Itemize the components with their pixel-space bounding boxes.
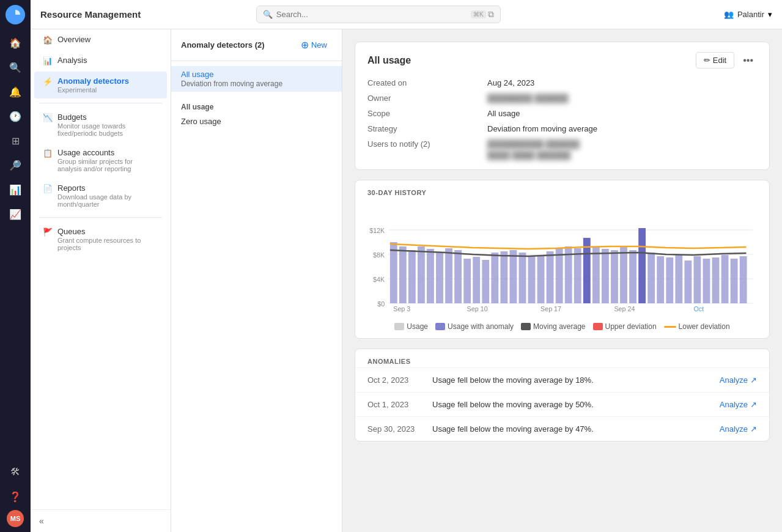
chart-legend: Usage Usage with anomaly Moving average … [355, 317, 769, 338]
svg-rect-45 [721, 255, 729, 303]
rail-layers-icon[interactable]: ⊞ [4, 130, 26, 152]
svg-rect-31 [592, 246, 600, 303]
reports-content: Reports Download usage data by month/qua… [57, 183, 158, 208]
rail-tool-icon[interactable]: 🛠 [4, 461, 26, 483]
anomaly-date-2: Oct 1, 2023 [367, 400, 422, 409]
svg-rect-24 [528, 256, 536, 303]
sidebar-item-analysis[interactable]: 📊 Analysis [34, 51, 167, 70]
svg-rect-23 [519, 253, 526, 303]
svg-rect-18 [473, 257, 480, 303]
rail-help-icon[interactable]: ❓ [4, 486, 26, 508]
svg-text:$4K: $4K [373, 276, 385, 283]
detector-item-zero-usage[interactable]: Zero usage [171, 114, 342, 129]
legend-lower-dev-line [664, 326, 676, 328]
svg-rect-33 [611, 250, 618, 303]
rail-magnify-icon[interactable]: 🔎 [4, 154, 26, 176]
svg-rect-13 [427, 249, 434, 303]
sidebar-item-usage-accounts[interactable]: 📋 Usage accounts Group similar projects … [34, 143, 167, 177]
sidebar-divider-2 [39, 217, 162, 218]
user-menu[interactable]: 👥 Palantir ▾ [724, 10, 772, 19]
svg-rect-38 [657, 256, 664, 303]
svg-rect-11 [408, 250, 416, 303]
topbar-right: 👥 Palantir ▾ [724, 10, 772, 19]
svg-rect-36 [638, 228, 646, 303]
legend-upper-dev-swatch [593, 323, 603, 330]
rail-chart-icon[interactable]: 📈 [4, 203, 26, 225]
field-label-users: Users to notify (2) [367, 139, 478, 160]
analyze-arrow-1: ↗ [750, 375, 757, 385]
detector-item-all-usage-deviation[interactable]: All usage Deviation from moving average [171, 66, 342, 92]
user-avatar-rail[interactable]: MS [7, 510, 24, 527]
analyze-link-1[interactable]: Analyze ↗ [720, 375, 757, 385]
svg-rect-16 [454, 250, 462, 303]
search-input[interactable] [276, 10, 467, 19]
anomaly-row-2: Oct 1, 2023 Usage fell below the moving … [355, 392, 769, 416]
budgets-icon: 📉 [43, 113, 53, 122]
field-label-strategy: Strategy [367, 124, 478, 133]
chart-svg: $0 $4K $8K $12K [365, 202, 759, 312]
anomalies-title: ANOMALIES [355, 349, 769, 368]
field-value-created: Aug 24, 2023 [487, 78, 757, 87]
reports-icon: 📄 [43, 184, 53, 193]
legend-anomaly: Usage with anomaly [435, 322, 514, 331]
edit-pen-icon: ✏ [704, 56, 710, 65]
rail-bar-icon[interactable]: 📊 [4, 179, 26, 201]
sidebar-queues-sublabel: Grant compute resources to projects [57, 237, 158, 251]
legend-upper-dev-label: Upper deviation [605, 322, 657, 331]
field-value-owner: ████████ ██████ [487, 94, 757, 103]
more-button[interactable]: ••• [739, 53, 757, 68]
detector-sub-1: Deviation from moving average [181, 79, 332, 88]
svg-text:$8K: $8K [373, 252, 385, 259]
svg-rect-29 [574, 248, 581, 303]
collapse-button[interactable]: « [39, 516, 44, 526]
sidebar-item-budgets[interactable]: 📉 Budgets Monitor usage towards fixed/pe… [34, 108, 167, 142]
rail-alert-icon[interactable]: 🔔 [4, 81, 26, 103]
sidebar-item-queues[interactable]: 🚩 Queues Grant compute resources to proj… [34, 222, 167, 256]
analyze-link-3[interactable]: Analyze ↗ [720, 424, 757, 434]
svg-rect-41 [684, 260, 692, 303]
svg-rect-47 [740, 256, 747, 303]
chart-container: $0 $4K $8K $12K [355, 196, 769, 317]
svg-rect-19 [482, 260, 489, 303]
anomaly-text-2: Usage fell below the moving average by 5… [432, 400, 710, 409]
field-value-scope: All usage [487, 109, 757, 118]
field-value-users: ██████████ ██████ ████ ████ ██████ [487, 139, 757, 160]
chevron-down-icon: ▾ [768, 10, 772, 19]
svg-rect-40 [675, 255, 682, 303]
analyze-link-2[interactable]: Analyze ↗ [720, 400, 757, 409]
usage-accounts-content: Usage accounts Group similar projects fo… [57, 148, 158, 172]
detector-name-1: All usage [181, 70, 332, 79]
app-logo[interactable] [6, 5, 25, 24]
rail-search-icon[interactable]: 🔍 [4, 56, 26, 78]
queues-content: Queues Grant compute resources to projec… [57, 227, 158, 251]
sidebar-item-anomaly-detectors[interactable]: ⚡ Anomaly detectors Experimental [34, 72, 167, 98]
search-hint: ⌘K ⧉ [471, 9, 494, 20]
svg-rect-42 [694, 256, 701, 303]
new-label: New [311, 40, 327, 50]
middle-header-title: Anomaly detectors (2) [181, 40, 265, 50]
svg-rect-27 [556, 248, 563, 303]
sidebar-item-reports[interactable]: 📄 Reports Download usage data by month/q… [34, 179, 167, 213]
new-button[interactable]: ⊕ New [296, 37, 332, 53]
svg-rect-39 [666, 257, 673, 303]
content-area: 🏠 Overview 📊 Analysis ⚡ Anomaly detector… [31, 29, 782, 532]
search-box[interactable]: 🔍 ⌘K ⧉ [256, 6, 501, 23]
svg-rect-44 [712, 257, 720, 303]
edit-button[interactable]: ✏ Edit [696, 52, 734, 68]
svg-rect-10 [399, 246, 407, 303]
svg-rect-17 [463, 259, 471, 303]
sidebar-item-overview[interactable]: 🏠 Overview [34, 30, 167, 50]
analyze-label-2: Analyze [720, 400, 748, 409]
sidebar-usage-accounts-sublabel: Group similar projects for analysis and/… [57, 158, 158, 172]
svg-rect-43 [703, 259, 710, 303]
analyze-label-1: Analyze [720, 375, 748, 385]
svg-text:Sep 3: Sep 3 [393, 306, 410, 312]
rail-history-icon[interactable]: 🕐 [4, 105, 26, 127]
detector-section-header: All usage [171, 97, 342, 114]
legend-lower-dev-label: Lower deviation [679, 322, 730, 331]
svg-rect-20 [491, 253, 498, 303]
analyze-arrow-3: ↗ [750, 424, 757, 434]
detail-card-header: All usage ✏ Edit ••• [355, 42, 769, 78]
rail-home-icon[interactable]: 🏠 [4, 32, 26, 54]
edit-label: Edit [713, 56, 726, 65]
